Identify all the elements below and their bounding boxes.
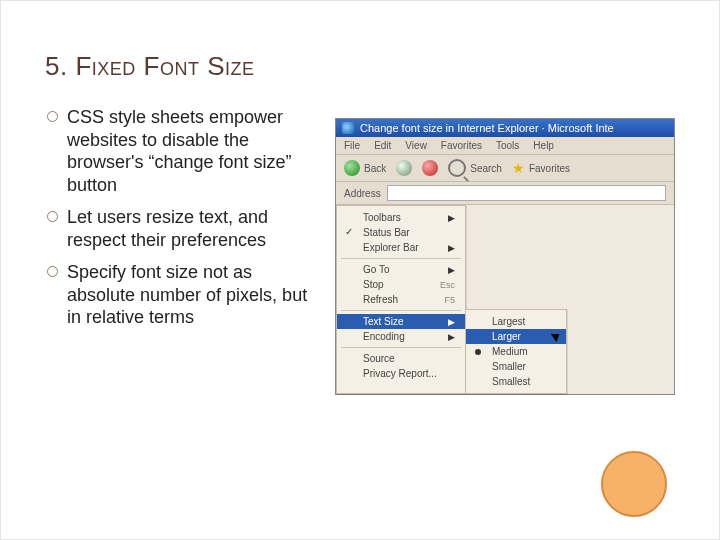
label: Toolbars — [363, 212, 401, 223]
slide: 5. Fixed Font Size CSS style sheets empo… — [0, 0, 720, 540]
label: Go To — [363, 264, 390, 275]
label: Explorer Bar — [363, 242, 419, 253]
back-button[interactable]: Back — [344, 160, 386, 176]
chevron-right-icon: ▶ — [448, 243, 455, 253]
menu-separator — [341, 258, 461, 259]
label: Status Bar — [363, 227, 410, 238]
menubar: File Edit View Favorites Tools Help — [336, 137, 674, 155]
label: Largest — [492, 316, 525, 327]
bullet-item: Let users resize text, and respect their… — [45, 206, 325, 251]
favorites-button[interactable]: ★ Favorites — [512, 161, 570, 175]
menu-panes: Toolbars ▶ ✓ Status Bar Explorer Bar ▶ G… — [336, 205, 674, 394]
address-bar: Address — [336, 182, 674, 205]
menu-favorites[interactable]: Favorites — [441, 140, 482, 151]
menu-item-stop[interactable]: Stop Esc — [337, 277, 465, 292]
address-input[interactable] — [387, 185, 666, 201]
menu-edit[interactable]: Edit — [374, 140, 391, 151]
submenu-item-largest[interactable]: Largest — [466, 314, 566, 329]
label: Source — [363, 353, 395, 364]
shortcut: Esc — [440, 280, 455, 290]
star-icon: ★ — [512, 161, 525, 175]
submenu-item-medium[interactable]: Medium — [466, 344, 566, 359]
bullet-item: Specify font size not as absolute number… — [45, 261, 325, 329]
label: Smallest — [492, 376, 530, 387]
title-first-cap: F — [75, 51, 91, 81]
bullet-list: CSS style sheets empower websites to dis… — [45, 106, 325, 339]
menu-item-privacy[interactable]: Privacy Report... — [337, 366, 465, 381]
stop-icon[interactable] — [422, 160, 438, 176]
bullet-item: CSS style sheets empower websites to dis… — [45, 106, 325, 196]
menu-item-refresh[interactable]: Refresh F5 — [337, 292, 465, 307]
forward-icon[interactable] — [396, 160, 412, 176]
label: Text Size — [363, 316, 404, 327]
menu-help[interactable]: Help — [533, 140, 554, 151]
chevron-right-icon: ▶ — [448, 265, 455, 275]
check-icon: ✓ — [345, 226, 353, 237]
favorites-label: Favorites — [529, 163, 570, 174]
submenu-item-smaller[interactable]: Smaller — [466, 359, 566, 374]
window-title-text: Change font size in Internet Explorer · … — [360, 122, 614, 134]
menu-item-text-size[interactable]: Text Size ▶ — [337, 314, 465, 329]
menu-view[interactable]: View — [405, 140, 427, 151]
label: Larger — [492, 331, 521, 342]
menu-item-source[interactable]: Source — [337, 351, 465, 366]
chevron-right-icon: ▶ — [448, 213, 455, 223]
menu-file[interactable]: File — [344, 140, 360, 151]
menu-separator — [341, 310, 461, 311]
title-number: 5. — [45, 51, 68, 81]
label: Smaller — [492, 361, 526, 372]
address-label: Address — [344, 188, 381, 199]
label: Stop — [363, 279, 384, 290]
submenu-item-smallest[interactable]: Smallest — [466, 374, 566, 389]
back-icon — [344, 160, 360, 176]
menu-item-status-bar[interactable]: ✓ Status Bar — [337, 225, 465, 240]
title-rest: ixed Font Size — [92, 51, 255, 81]
slide-title: 5. Fixed Font Size — [45, 51, 675, 82]
menu-tools[interactable]: Tools — [496, 140, 519, 151]
label: Medium — [492, 346, 528, 357]
content-row: CSS style sheets empower websites to dis… — [45, 100, 675, 395]
search-label: Search — [470, 163, 502, 174]
screenshot-ie: Change font size in Internet Explorer · … — [335, 118, 675, 395]
submenu-item-larger[interactable]: Larger — [466, 329, 566, 344]
text-size-submenu: Largest Larger Medium Smaller Smallest — [465, 309, 567, 394]
menu-item-encoding[interactable]: Encoding ▶ — [337, 329, 465, 344]
chevron-right-icon: ▶ — [448, 317, 455, 327]
menu-item-toolbars[interactable]: Toolbars ▶ — [337, 210, 465, 225]
toolbar: Back Search ★ Favorites — [336, 155, 674, 182]
search-icon — [448, 159, 466, 177]
menu-separator — [341, 347, 461, 348]
search-button[interactable]: Search — [448, 159, 502, 177]
back-label: Back — [364, 163, 386, 174]
chevron-right-icon: ▶ — [448, 332, 455, 342]
label: Refresh — [363, 294, 398, 305]
menu-item-explorer-bar[interactable]: Explorer Bar ▶ — [337, 240, 465, 255]
label: Privacy Report... — [363, 368, 437, 379]
menu-item-go-to[interactable]: Go To ▶ — [337, 262, 465, 277]
view-menu: Toolbars ▶ ✓ Status Bar Explorer Bar ▶ G… — [336, 205, 466, 394]
label: Encoding — [363, 331, 405, 342]
shortcut: F5 — [444, 295, 455, 305]
ie-icon — [342, 122, 354, 134]
window-titlebar: Change font size in Internet Explorer · … — [336, 119, 674, 137]
